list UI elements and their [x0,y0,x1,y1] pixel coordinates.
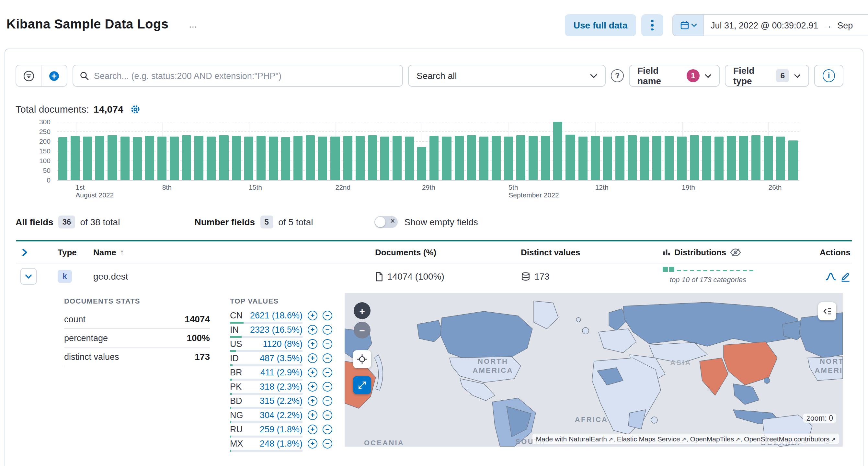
filter-for-value-button[interactable]: + [308,353,317,363]
filter-out-value-button[interactable]: − [322,424,332,434]
filter-for-value-button[interactable]: + [308,367,317,377]
top-value-bar-fill [230,336,242,338]
filter-out-value-button[interactable]: − [322,367,332,377]
stat-row: distinct values 173 [64,347,210,366]
histogram-y-axis: 050100150200250300 [9,122,51,180]
filter-for-value-button[interactable]: + [308,325,317,334]
filter-icon [23,70,34,81]
calendar-icon [680,21,689,30]
date-end: Sep [837,21,853,30]
filter-for-value-button[interactable]: + [308,310,317,320]
table-header-row: Type Name ↑ Documents (%) Distinct value… [16,241,852,263]
toggle-switch[interactable]: ✕ [375,216,398,228]
filter-for-value-button[interactable]: + [308,396,317,405]
database-icon [521,271,530,281]
field-type-count-badge: 6 [776,69,789,82]
kebab-menu-button[interactable] [641,14,663,36]
top-value-row: RU 259 (1.8%) + − [230,424,334,438]
app: Kibana Sample Data Logs ⋯ Use full data [0,0,868,466]
filter-out-value-button[interactable]: − [322,396,332,405]
top-value-row: MX 248 (1.8%) + − [230,438,334,453]
filter-for-value-button[interactable]: + [308,381,317,391]
field-name: geo.dest [93,271,128,281]
all-fields-summary: All fields 36 of 38 total [16,215,120,229]
filter-for-value-button[interactable]: + [308,438,317,448]
map-locate-button[interactable] [353,350,371,368]
histogram-x-axis: 1stAugust 20228th15th22nd29th5thSeptembe… [57,183,799,203]
kebab-icon [651,20,654,22]
field-name-filter-button[interactable]: Field name 1 [629,65,720,87]
header-name-sort[interactable]: Name ↑ [93,247,124,257]
filter-out-value-button[interactable]: − [322,310,332,320]
filter-button-group [16,65,67,87]
collapse-row-button[interactable] [20,268,37,285]
filter-out-value-button[interactable]: − [322,353,332,363]
map-attribution[interactable]: Made with NaturalEarth↗, Elastic Maps Se… [533,434,839,444]
filter-out-value-button[interactable]: − [322,381,332,391]
gear-icon [130,104,141,114]
map-label: OCEANIA [355,438,413,446]
map-label: ASIA [652,358,710,367]
fields-summary-bar: All fields 36 of 38 total Number fields … [16,215,852,229]
filter-in-circle-button[interactable] [16,65,41,86]
date-start: Jul 31, 2022 @ 00:39:02.91 [711,21,818,30]
filter-out-value-button[interactable]: − [322,410,332,420]
show-empty-fields-toggle[interactable]: ✕ Show empty fields [375,216,478,228]
top-value-bar-fill [230,322,244,324]
chevron-down-icon [691,23,697,27]
documents-value: 14074 (100%) [388,271,444,281]
top-value-row: CN 2621 (18.6%) + − [230,310,334,324]
search-input[interactable] [94,71,396,80]
top-value-row: US 1120 (8%) + − [230,338,334,353]
total-documents-label: Total documents: [16,104,89,114]
add-filter-button[interactable] [41,65,67,86]
top-value-bar-fill [230,378,232,380]
expand-all-button[interactable] [20,247,29,257]
top-value-bar-fill [230,421,231,423]
field-statistics-button[interactable] [825,271,836,282]
top-value-bar-fill [230,450,231,452]
map-expand-button[interactable] [353,376,371,394]
use-full-data-button[interactable]: Use full data [565,14,636,36]
document-icon [375,271,383,281]
breadcrumb-menu-button[interactable]: ⋯ [187,23,199,32]
total-documents-value: 14,074 [94,104,123,114]
search-mode-select[interactable]: Search all [408,65,606,87]
filter-out-value-button[interactable]: − [322,438,332,448]
field-type-filter-button[interactable]: Field type 6 [725,65,809,87]
map-zoom-in-button[interactable]: + [354,302,371,319]
arrow-right-icon: → [823,21,832,30]
field-types-info-button[interactable]: i [814,65,843,87]
filter-out-value-button[interactable]: − [322,339,332,348]
page-title: Kibana Sample Data Logs [6,17,168,32]
map-legend-toggle-button[interactable] [818,302,836,321]
filter-for-value-button[interactable]: + [308,410,317,420]
header-actions: Actions [820,247,850,257]
calendar-button[interactable] [673,15,704,36]
minus-icon: − [359,325,365,336]
chart-icon [663,248,671,256]
filter-out-value-button[interactable]: − [322,325,332,334]
chevron-down-icon [794,73,801,78]
date-picker: Jul 31, 2022 @ 00:39:02.91 → Sep [672,14,868,36]
top-value-bar-fill [230,407,231,409]
search-box [72,65,403,87]
search-icon [80,71,89,80]
hide-distributions-button[interactable] [730,246,741,258]
chart-settings-button[interactable] [130,104,141,114]
map-zoom-out-button[interactable]: − [354,322,371,338]
top-value-row: BD 315 (2.2%) + − [230,395,334,410]
date-range-display[interactable]: Jul 31, 2022 @ 00:39:02.91 → Sep [704,15,868,36]
top-values-title: TOP VALUES [230,297,334,305]
table-row: k geo.dest 14074 (100%) 173 [16,263,852,289]
chevron-down-icon [590,73,597,78]
close-icon: ✕ [390,217,396,224]
plus-in-circle-icon [49,70,60,81]
ellipsis-icon: ⋯ [189,22,197,32]
header-documents: Documents (%) [375,247,436,257]
edit-field-button[interactable] [840,271,850,281]
filter-for-value-button[interactable]: + [308,424,317,434]
filter-for-value-button[interactable]: + [308,339,317,348]
help-button[interactable]: ? [611,69,624,82]
total-documents-row: Total documents: 14,074 [16,104,852,114]
